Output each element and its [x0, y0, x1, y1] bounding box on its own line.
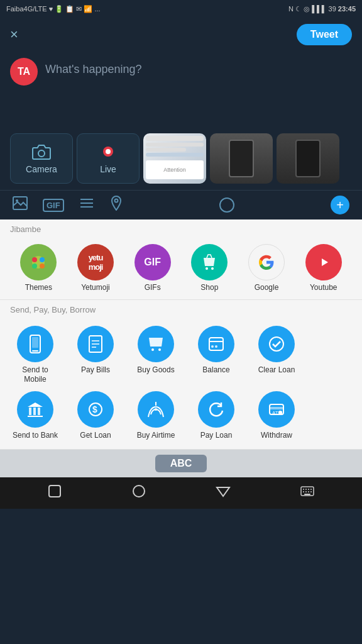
yetumoji-label: Yetumoji	[81, 283, 110, 292]
shop-icon	[191, 244, 228, 280]
pay-bills-icon	[77, 326, 114, 362]
screenshot-thumb-3[interactable]	[277, 133, 339, 184]
compose-placeholder[interactable]: What's happening?	[45, 58, 142, 76]
svg-point-14	[206, 267, 208, 270]
svg-point-8	[114, 199, 118, 203]
close-icon[interactable]: ×	[10, 26, 18, 43]
svg-point-38	[155, 408, 157, 411]
gif-icon[interactable]: GIF	[43, 199, 64, 212]
balance-icon	[198, 326, 234, 362]
pay-item-buy-airtime[interactable]: Buy Airtime	[126, 387, 186, 443]
withdraw-label: Withdraw	[261, 431, 292, 440]
svg-point-0	[38, 150, 45, 157]
svg-point-45	[133, 486, 145, 497]
svg-point-13	[40, 264, 45, 269]
pay-item-send-bank[interactable]: Send to Bank	[5, 387, 65, 443]
camera-icon	[31, 143, 52, 160]
svg-point-10	[32, 257, 37, 262]
app-item-yetumoji[interactable]: yetumoji Yetumoji	[67, 242, 124, 294]
payments-section-label: Send, Pay, Buy, Borrow	[0, 300, 362, 317]
clear-loan-icon	[258, 326, 295, 362]
live-label: Live	[100, 164, 116, 174]
abc-bar: ABC	[0, 450, 362, 477]
list-icon[interactable]	[79, 196, 94, 214]
camera-label: Camera	[26, 164, 57, 174]
pay-item-get-loan[interactable]: $ Get Loan	[65, 387, 126, 443]
tweet-button[interactable]: Tweet	[297, 24, 352, 45]
themes-label: Themes	[25, 283, 52, 292]
clear-loan-label: Clear Loan	[258, 365, 295, 374]
abc-button[interactable]: ABC	[155, 455, 207, 472]
nav-circle-icon[interactable]	[131, 484, 146, 502]
toolbar-row: GIF +	[0, 190, 362, 219]
svg-rect-32	[29, 408, 31, 415]
gifs-icon: GIF	[134, 244, 171, 280]
status-left: Faiba4G/LTE ♥ 🔋 📋 ✉ 📶 ...	[6, 5, 101, 13]
svg-point-25	[158, 348, 161, 351]
gifs-label: GIFs	[145, 283, 161, 292]
svg-marker-46	[217, 487, 229, 496]
svg-marker-31	[28, 402, 43, 407]
svg-point-30	[270, 337, 283, 351]
svg-rect-41	[270, 407, 283, 409]
screenshot-thumb-1[interactable]: Attention	[143, 133, 206, 184]
balance-label: Balance	[202, 365, 229, 374]
get-loan-label: Get Loan	[80, 431, 111, 440]
bottom-sheet: Jibambe Themes yetumoji Yetumoji	[0, 219, 362, 477]
svg-marker-16	[322, 258, 328, 266]
compose-header: × Tweet	[0, 18, 362, 52]
svg-point-11	[40, 257, 45, 262]
svg-point-12	[32, 264, 37, 269]
send-bank-icon	[17, 391, 53, 428]
app-item-youtube[interactable]: Youtube	[295, 242, 352, 294]
yetumoji-icon: yetumoji	[77, 244, 114, 280]
status-bar: Faiba4G/LTE ♥ 🔋 📋 ✉ 📶 ... N ☾ ◎ ▌▌▌ 39 2…	[0, 0, 362, 18]
nav-keyboard-icon[interactable]	[300, 484, 315, 502]
pay-item-goods[interactable]: Buy Goods	[126, 322, 186, 387]
svg-rect-18	[32, 350, 38, 352]
buy-goods-label: Buy Goods	[137, 365, 174, 374]
svg-rect-34	[38, 408, 40, 415]
send-bank-label: Send to Bank	[13, 431, 58, 440]
svg-point-15	[211, 267, 214, 270]
jibambe-section-label: Jibambe	[0, 219, 362, 236]
compose-body: TA What's happening?	[0, 52, 362, 133]
buy-airtime-label: Buy Airtime	[137, 431, 175, 440]
nav-square-icon[interactable]	[47, 484, 62, 502]
camera-option[interactable]: Camera	[10, 133, 73, 184]
shop-label: Shop	[200, 283, 218, 292]
svg-rect-26	[209, 338, 223, 350]
svg-point-2	[106, 149, 111, 154]
svg-point-29	[215, 345, 217, 348]
screenshot-thumb-2[interactable]	[210, 133, 273, 184]
pay-item-pay-loan[interactable]: Pay Loan	[186, 387, 246, 443]
nav-triangle-icon[interactable]	[216, 484, 231, 502]
pay-loan-icon	[198, 391, 234, 428]
payments-grid: Send toMobile Pay Bills B	[0, 317, 362, 448]
pay-item-clear-loan[interactable]: Clear Loan	[246, 322, 307, 387]
app-item-gifs[interactable]: GIF GIFs	[124, 242, 181, 294]
svg-point-28	[211, 345, 214, 348]
image-icon[interactable]	[13, 196, 28, 214]
live-option[interactable]: Live	[77, 133, 140, 184]
app-item-shop[interactable]: Shop	[181, 242, 238, 294]
svg-rect-33	[33, 408, 36, 415]
pay-item-balance[interactable]: Balance	[186, 322, 246, 387]
circle-icon	[219, 197, 234, 213]
status-right: N ☾ ◎ ▌▌▌ 39 23:45	[288, 5, 356, 13]
pay-item-bills[interactable]: Pay Bills	[65, 322, 126, 387]
svg-point-24	[151, 348, 154, 351]
location-icon[interactable]	[109, 196, 123, 214]
app-item-google[interactable]: Google	[238, 242, 295, 294]
pay-bills-label: Pay Bills	[81, 365, 110, 374]
add-icon[interactable]: +	[331, 196, 349, 214]
svg-text:ATM: ATM	[272, 410, 283, 416]
buy-airtime-icon	[138, 391, 174, 428]
themes-icon	[20, 244, 57, 280]
app-item-themes[interactable]: Themes	[10, 242, 67, 294]
pay-item-send-mobile[interactable]: Send toMobile	[5, 322, 65, 387]
app-grid: Themes yetumoji Yetumoji GIF GIFs	[0, 236, 362, 299]
pay-item-withdraw[interactable]: ATM Withdraw	[246, 387, 307, 443]
svg-rect-19	[32, 337, 38, 348]
media-row: Camera Live Attention	[0, 133, 362, 190]
